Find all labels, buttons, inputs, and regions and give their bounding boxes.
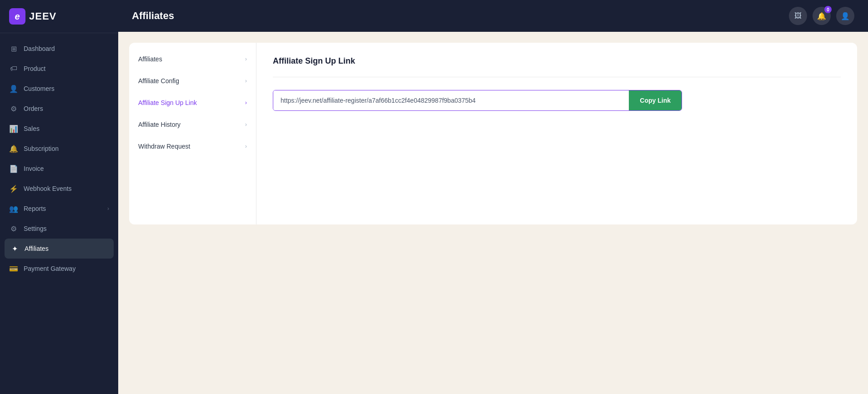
user-avatar-button[interactable]: 👤 — [836, 7, 854, 25]
sales-icon: 📊 — [9, 124, 18, 133]
sub-nav-item-affiliate-sign-up-link[interactable]: Affiliate Sign Up Link › — [129, 92, 256, 114]
sidebar-item-product[interactable]: 🏷 Product — [0, 59, 118, 79]
notification-button[interactable]: 🔔 0 — [813, 7, 831, 25]
notification-badge: 0 — [824, 6, 832, 13]
sub-nav-chevron-sign-up: › — [245, 100, 247, 106]
payment-icon: 💳 — [9, 264, 18, 273]
sub-nav-label-withdraw-request: Withdraw Request — [138, 143, 190, 150]
sub-nav-label-affiliates: Affiliates — [138, 55, 162, 63]
sidebar-label-payment-gateway: Payment Gateway — [24, 265, 75, 272]
divider — [273, 77, 841, 77]
sub-nav-chevron-config: › — [245, 78, 247, 84]
affiliates-card: Affiliates › Affiliate Config › Affiliat… — [129, 43, 857, 224]
sub-nav-chevron-withdraw: › — [245, 143, 247, 150]
content-area: Affiliate Sign Up Link Copy Link — [256, 43, 857, 224]
sidebar-item-webhook-events[interactable]: ⚡ Webhook Events — [0, 179, 118, 199]
sidebar-label-orders: Orders — [24, 105, 43, 112]
logo-icon: e — [9, 8, 25, 25]
sub-nav-chevron-history: › — [245, 121, 247, 128]
sidebar-label-sales: Sales — [24, 125, 40, 132]
sidebar-label-affiliates: Affiliates — [25, 245, 49, 252]
product-icon: 🏷 — [9, 64, 18, 73]
main-content: Affiliates › Affiliate Config › Affiliat… — [118, 32, 868, 394]
sidebar-item-subscription[interactable]: 🔔 Subscription — [0, 139, 118, 159]
reports-chevron-icon: › — [107, 205, 109, 212]
sidebar-item-invoice[interactable]: 📄 Invoice — [0, 159, 118, 179]
sidebar-item-dashboard[interactable]: ⊞ Dashboard — [0, 39, 118, 59]
sidebar-label-dashboard: Dashboard — [24, 45, 55, 52]
sub-nav-item-affiliate-history[interactable]: Affiliate History › — [129, 114, 256, 135]
content-title: Affiliate Sign Up Link — [273, 56, 841, 66]
sub-nav-item-affiliate-config[interactable]: Affiliate Config › — [129, 70, 256, 92]
gallery-button[interactable]: 🖼 — [789, 7, 807, 25]
sidebar-label-webhook-events: Webhook Events — [24, 185, 72, 192]
affiliates-icon: ✦ — [10, 244, 19, 253]
sidebar-item-customers[interactable]: 👤 Customers — [0, 79, 118, 99]
gallery-icon: 🖼 — [794, 12, 802, 20]
header: Affiliates 🖼 🔔 0 👤 — [118, 0, 868, 32]
logo: e JEEV — [0, 0, 118, 33]
subscription-icon: 🔔 — [9, 144, 18, 153]
sidebar-label-reports: Reports — [24, 205, 46, 212]
logo-text: JEEV — [29, 10, 56, 22]
sub-nav-chevron-affiliates: › — [245, 56, 247, 62]
header-actions: 🖼 🔔 0 👤 — [789, 7, 854, 25]
customers-icon: 👤 — [9, 84, 18, 93]
page-title: Affiliates — [132, 10, 174, 22]
affiliate-link-row: Copy Link — [273, 90, 682, 111]
sidebar: e JEEV ⊞ Dashboard 🏷 Product 👤 Customers… — [0, 0, 118, 394]
reports-icon: 👥 — [9, 204, 18, 213]
sub-nav-label-affiliate-history: Affiliate History — [138, 121, 181, 128]
sidebar-label-customers: Customers — [24, 85, 55, 92]
sub-nav: Affiliates › Affiliate Config › Affiliat… — [129, 43, 256, 224]
sidebar-item-reports[interactable]: 👥 Reports › — [0, 199, 118, 219]
sub-nav-label-affiliate-config: Affiliate Config — [138, 77, 179, 85]
sub-nav-item-withdraw-request[interactable]: Withdraw Request › — [129, 135, 256, 157]
sidebar-item-settings[interactable]: ⚙ Settings — [0, 219, 118, 239]
main-container: Affiliates 🖼 🔔 0 👤 Affiliates › — [118, 0, 868, 394]
sidebar-label-settings: Settings — [24, 225, 47, 232]
bell-icon: 🔔 — [817, 12, 826, 20]
sidebar-label-invoice: Invoice — [24, 165, 44, 172]
settings-icon: ⚙ — [9, 224, 18, 233]
orders-icon: ⚙ — [9, 104, 18, 113]
dashboard-icon: ⊞ — [9, 44, 18, 53]
sidebar-label-subscription: Subscription — [24, 145, 59, 152]
webhook-icon: ⚡ — [9, 184, 18, 193]
sidebar-item-affiliates[interactable]: ✦ Affiliates — [5, 239, 114, 259]
user-icon: 👤 — [841, 12, 850, 20]
sidebar-item-orders[interactable]: ⚙ Orders — [0, 99, 118, 119]
invoice-icon: 📄 — [9, 164, 18, 173]
sidebar-item-payment-gateway[interactable]: 💳 Payment Gateway — [0, 259, 118, 279]
sub-nav-label-affiliate-sign-up-link: Affiliate Sign Up Link — [138, 99, 197, 106]
sidebar-item-sales[interactable]: 📊 Sales — [0, 119, 118, 139]
sidebar-nav: ⊞ Dashboard 🏷 Product 👤 Customers ⚙ Orde… — [0, 33, 118, 394]
sub-nav-item-affiliates[interactable]: Affiliates › — [129, 48, 256, 70]
sidebar-label-product: Product — [24, 65, 45, 72]
copy-link-button[interactable]: Copy Link — [629, 90, 682, 110]
affiliate-link-input[interactable] — [273, 90, 629, 110]
